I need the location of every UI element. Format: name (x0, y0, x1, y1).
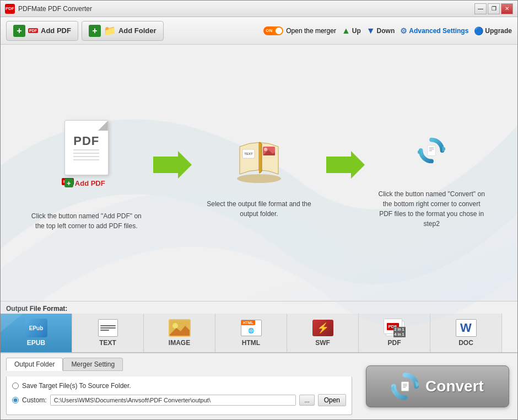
pdf-text: PDF (73, 134, 99, 148)
format-tab-text[interactable]: TEXT (72, 314, 144, 352)
doc-line1 (73, 149, 99, 150)
custom-label: Custom: (22, 396, 47, 404)
main-area: PDF PDF + (1, 45, 517, 419)
format-tab-epub[interactable]: EPub EPUB (1, 314, 72, 352)
swf-format-icon: ⚡ (312, 319, 334, 337)
svg-rect-12 (429, 149, 434, 149)
svg-point-1 (237, 174, 281, 183)
toggle-track[interactable]: ON (263, 26, 283, 35)
swf-label: SWF (315, 339, 330, 347)
text-label: TEXT (99, 339, 116, 347)
add-folder-button[interactable]: + 📁 Add Folder (82, 21, 164, 41)
merger-setting-tab[interactable]: Merger Setting (63, 358, 123, 371)
window-controls: — ❐ ✕ (474, 3, 513, 14)
down-arrow-icon: ▼ (366, 26, 375, 36)
svg-rect-13 (429, 150, 433, 151)
up-button[interactable]: ▲ Up (342, 26, 361, 36)
text-line (100, 330, 110, 331)
svg-text:TEXT: TEXT (244, 152, 253, 155)
merger-setting-tab-label: Merger Setting (71, 360, 115, 368)
text-line (100, 327, 116, 329)
browse-button[interactable]: ... (299, 395, 314, 406)
toggle-thumb (276, 28, 282, 34)
upgrade-button[interactable]: 🔵 Upgrade (474, 26, 512, 35)
html-globe-text: 🌐 (248, 328, 254, 333)
custom-path-input[interactable] (50, 395, 296, 406)
text-line (100, 325, 116, 326)
output-format-label: Output File Format: (1, 301, 517, 314)
epub-format-icon: EPub (25, 319, 47, 337)
step-3: Click the button named "Convert" on the … (371, 117, 492, 229)
down-label: Down (377, 27, 395, 35)
add-pdf-step-label: Add PDF (75, 179, 105, 187)
window-title: PDFMate PDF Converter (18, 5, 474, 13)
page-fold (98, 121, 108, 131)
format-tab-swf[interactable]: ⚡ SWF (287, 314, 359, 352)
multi-in-one-badge: 2 in 14 in 1 (393, 327, 406, 337)
format-tab-pdf[interactable]: PDF 2 in 14 in 1 PDF (359, 314, 430, 352)
add-folder-icon: + (89, 25, 101, 37)
steps-row: PDF PDF + (23, 115, 495, 231)
text-format-icon (97, 319, 119, 337)
doc-line4 (73, 159, 99, 160)
output-folder-tab[interactable]: Output Folder (6, 358, 63, 371)
step3-description: Click the button named "Convert" on the … (376, 189, 487, 229)
restore-button[interactable]: ❐ (488, 3, 500, 14)
toggle-on-text: ON (266, 28, 272, 33)
html-label: HTML (242, 339, 260, 347)
titlebar: PDF PDFMate PDF Converter — ❐ ✕ (1, 1, 517, 17)
step1-description: Click the button named "Add PDF" on the … (31, 211, 142, 231)
close-button[interactable]: ✕ (501, 3, 513, 14)
output-folder-tab-label: Output Folder (14, 360, 55, 368)
merger-toggle[interactable]: ON Open the merger (263, 26, 336, 35)
convert-button[interactable]: Convert (366, 365, 509, 407)
save-to-source-row: Save Target File(s) To Source Folder. (12, 382, 346, 390)
minimize-button[interactable]: — (474, 3, 487, 14)
html-badge: HTML (241, 320, 255, 325)
image-format-icon (169, 319, 191, 337)
bottom-section: Output Folder Merger Setting Save Target… (1, 353, 517, 419)
format-tabs: EPub EPUB TEXT (1, 314, 517, 353)
svg-rect-23 (403, 387, 406, 387)
svg-marker-7 (326, 151, 365, 179)
steps-container: PDF PDF + (1, 45, 517, 301)
pdf-document-icon: PDF (64, 120, 109, 175)
gear-icon: ⚙ (400, 26, 407, 35)
output-folder-content: Save Target File(s) To Source Folder. Cu… (6, 376, 352, 415)
svg-rect-20 (401, 382, 408, 391)
step3-icon (398, 117, 465, 184)
save-to-source-radio[interactable] (12, 383, 19, 389)
output-format-section: Output File Format: EPub EPUB (1, 301, 517, 353)
format-tab-html[interactable]: HTML 🌐 HTML (215, 314, 287, 352)
custom-radio[interactable] (12, 397, 19, 403)
toolbar-right: ON Open the merger ▲ Up ▼ Down ⚙ Advance… (263, 26, 512, 36)
svg-rect-22 (403, 385, 407, 386)
up-label: Up (352, 27, 361, 35)
add-pdf-button[interactable]: + PDF Add PDF (6, 21, 78, 41)
bottom-right: Convert (363, 358, 512, 415)
upgrade-icon: 🔵 (474, 26, 483, 35)
image-label: IMAGE (169, 339, 190, 347)
open-button[interactable]: Open (318, 394, 346, 406)
merger-toggle-label: Open the merger (286, 27, 336, 35)
bottom-left: Output Folder Merger Setting Save Target… (6, 358, 352, 415)
convert-label: Convert (425, 378, 484, 395)
svg-rect-11 (429, 147, 434, 148)
add-folder-label: Add Folder (118, 26, 157, 35)
svg-point-16 (172, 323, 178, 329)
step1-icon: PDF PDF + (53, 115, 120, 181)
advanced-settings-label: Advanced Settings (409, 27, 468, 35)
epub-icon: EPub (25, 319, 47, 337)
format-tab-doc[interactable]: W DOC (430, 314, 502, 352)
step-1: PDF PDF + (26, 115, 147, 231)
svg-point-5 (264, 148, 267, 151)
custom-path-row: Custom: ... Open (12, 394, 346, 406)
save-to-source-label: Save Target File(s) To Source Folder. (22, 382, 131, 390)
down-button[interactable]: ▼ Down (366, 26, 395, 36)
arrow-2 (326, 151, 365, 179)
swf-icon: ⚡ (312, 320, 333, 336)
format-tab-image[interactable]: IMAGE (144, 314, 215, 352)
advanced-settings-button[interactable]: ⚙ Advanced Settings (400, 26, 468, 35)
add-pdf-label: Add PDF (41, 26, 71, 35)
pdf-stack-icon: PDF 2 in 14 in 1 (384, 319, 406, 337)
